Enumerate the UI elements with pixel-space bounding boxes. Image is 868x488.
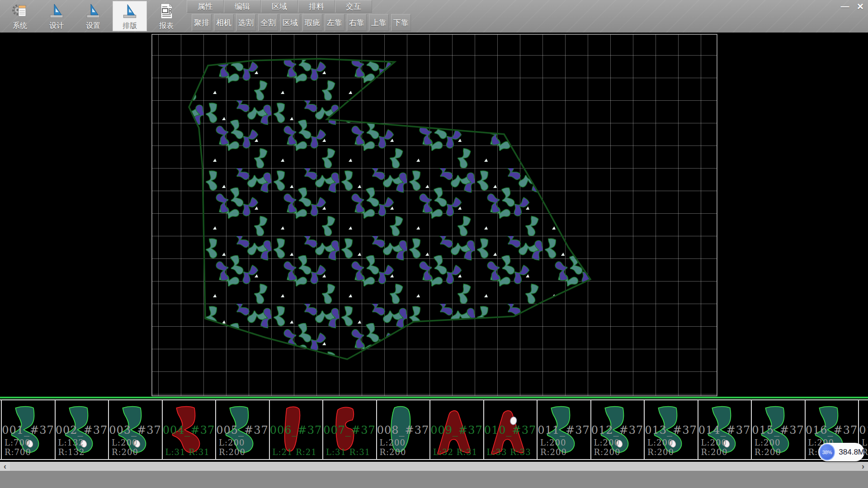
design-triangle-icon [48, 2, 65, 20]
part-lr-count-label: L:132 R:132 [58, 438, 111, 457]
tool-button-0[interactable]: 聚排 [192, 14, 212, 31]
nav-design-label: 设计 [49, 21, 64, 31]
nav-report-button[interactable]: 报表 [149, 1, 184, 31]
part-thumbnail-012_#37[interactable]: 012_#37 L:200 R:200 [590, 400, 644, 459]
nav-settings-label: 设置 [86, 21, 100, 31]
part-id-label: 010_#37 [484, 424, 537, 436]
scroll-left-arrow-icon[interactable]: ‹ [0, 462, 10, 471]
tool-button-2[interactable]: 选割 [236, 14, 256, 31]
part-thumbnail-003_#37[interactable]: 003_#37 L:200 R:200 [108, 400, 161, 459]
part-id-label: 001_#37 [2, 424, 54, 436]
nesting-triangle-icon [122, 3, 138, 20]
menu-item-3[interactable]: 排料 [298, 0, 335, 13]
part-id-label: 012_#37 [591, 424, 644, 436]
part-thumbnail-013_#37[interactable]: 013_#37 L:200 R:200 [644, 400, 697, 459]
window-bottom-area [0, 471, 868, 488]
part-lr-count-label: L:200 R:200 [219, 438, 271, 457]
menu-bar: 属性编辑区域排料交互 [187, 0, 372, 13]
part-id-label: 013_#37 [645, 424, 697, 436]
part-lr-count-label: L:33 R:33 [487, 447, 539, 457]
settings-triangle-icon [85, 2, 101, 20]
nav-system-label: 系统 [13, 21, 27, 31]
scroll-right-arrow-icon[interactable]: › [858, 462, 868, 471]
tool-button-1[interactable]: 相机 [214, 14, 234, 31]
report-document-icon [158, 2, 175, 20]
close-button[interactable]: ✕ [854, 1, 867, 12]
part-id-label: 004_#37 [163, 424, 215, 436]
tool-button-6[interactable]: 左靠 [325, 14, 344, 31]
menu-item-1[interactable]: 编辑 [224, 0, 261, 13]
menu-item-0[interactable]: 属性 [187, 0, 224, 13]
canvas-svg [0, 33, 868, 397]
menu-item-4[interactable]: 交互 [335, 0, 372, 13]
part-id-label: 011_#37 [538, 424, 590, 436]
minimize-button[interactable]: — [838, 1, 852, 12]
application-window: 系统 设计 设置 [0, 0, 868, 488]
nav-system-button[interactable]: 系统 [3, 1, 37, 31]
part-thumbnail-006_#37[interactable]: 006_#37 L:21 R:21 [269, 400, 322, 459]
part-id-label: 007_#37 [323, 424, 376, 436]
part-id-label: 014_#37 [698, 424, 751, 436]
part-thumbnail-001_#37[interactable]: 001_#37 L:700 R:700 [1, 400, 54, 459]
part-thumbnail-007_#37[interactable]: 007_#37 L:31 R:31 [322, 400, 376, 459]
part-thumbnail-008_#37[interactable]: 008_#37 L:200 R:200 [376, 400, 429, 459]
tool-button-4[interactable]: 区域 [280, 14, 300, 31]
system-gear-icon [12, 2, 28, 20]
menu-item-2[interactable]: 区域 [261, 0, 298, 13]
progress-percent-badge: 38% [819, 444, 835, 460]
part-thumbnail-010_#37[interactable]: 010_#37 L:33 R:33 [483, 400, 537, 459]
part-id-label: 005_#37 [216, 424, 269, 436]
part-thumbnail-014_#37[interactable]: 014_#37 L:200 R:200 [698, 400, 751, 459]
part-id-label: 017_#37 [859, 424, 868, 436]
strip-divider-line-2 [0, 399, 868, 399]
part-lr-count-label: L:200 R:200 [701, 438, 754, 457]
part-id-label: 008_#37 [377, 424, 429, 436]
nav-design-button[interactable]: 设计 [39, 1, 74, 31]
memory-status-pill: 38% 384.8M [818, 443, 864, 461]
part-thumbnail-004_#37[interactable]: 004_#37 L:31 R:31 [162, 400, 215, 459]
part-lr-count-label: L:31 R:31 [326, 447, 378, 457]
toolbar: 系统 设计 设置 [0, 0, 868, 33]
nav-nesting-button[interactable]: 排版 [113, 1, 147, 31]
part-thumbnail-002_#37[interactable]: 002_#37 L:132 R:132 [55, 400, 108, 459]
part-lr-count-label: L:200 R:200 [112, 438, 164, 457]
memory-usage-value: 384.8M [839, 448, 864, 457]
part-thumbnail-005_#37[interactable]: 005_#37 L:200 R:200 [215, 400, 269, 459]
part-lr-count-label: L:31 R:31 [165, 447, 218, 457]
part-id-label: 009_#37 [430, 424, 483, 436]
strip-divider-line [0, 397, 868, 398]
part-lr-count-label: L:200 R:200 [380, 438, 432, 457]
part-id-label: 015_#37 [752, 424, 804, 436]
main-nav: 系统 设计 设置 [3, 1, 184, 31]
part-id-label: 002_#37 [56, 424, 108, 436]
part-thumbnail-011_#37[interactable]: 011_#37 L:200 R:200 [537, 400, 590, 459]
tool-button-7[interactable]: 右靠 [347, 14, 367, 31]
part-lr-count-label: L:21 R:21 [273, 447, 325, 457]
tool-button-3[interactable]: 全割 [258, 14, 278, 31]
part-lr-count-label: L:200 R:200 [594, 438, 646, 457]
part-thumbnail-015_#37[interactable]: 015_#37 L:200 R:200 [751, 400, 804, 459]
tool-button-9[interactable]: 下靠 [391, 14, 411, 31]
tool-bar: 聚排相机选割全割区域瑕疵左靠右靠上靠下靠 [192, 14, 411, 31]
parts-thumbnail-strip: 001_#37 L:700 R:700 002_#37 L:132 R:132 … [0, 399, 868, 460]
nav-nesting-label: 排版 [123, 21, 137, 31]
horizontal-scrollbar[interactable]: ‹ › [0, 462, 868, 471]
nesting-canvas[interactable] [0, 33, 868, 397]
part-lr-count-label: L:200 R:200 [540, 438, 593, 457]
part-id-label: 006_#37 [270, 424, 322, 436]
tool-button-5[interactable]: 瑕疵 [302, 14, 322, 31]
part-id-label: 016_#37 [806, 424, 858, 436]
part-lr-count-label: L:200 R:200 [647, 438, 700, 457]
part-lr-count-label: L:200 R:200 [755, 438, 807, 457]
tool-button-8[interactable]: 上靠 [369, 14, 389, 31]
nav-report-label: 报表 [159, 21, 174, 31]
part-lr-count-label: L:700 R:700 [5, 438, 57, 457]
window-controls: — ✕ [838, 1, 867, 12]
part-lr-count-label: L:32 R:31 [433, 447, 486, 457]
part-id-label: 003_#37 [109, 424, 161, 436]
nav-settings-button[interactable]: 设置 [76, 1, 110, 31]
part-thumbnail-009_#37[interactable]: 009_#37 L:32 R:31 [429, 400, 483, 459]
